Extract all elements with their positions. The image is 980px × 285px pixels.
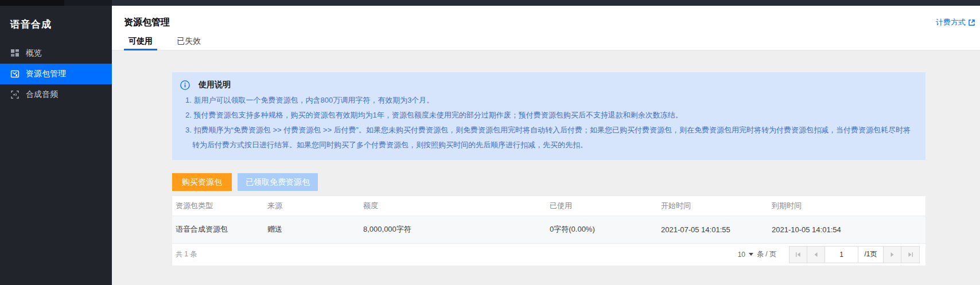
notice-item: 1. 新用户可以领取一个免费资源包，内含800万调用字符，有效期为3个月。 [185, 93, 912, 108]
table-row: 语音合成资源包 赠送 8,000,000字符 0字符(0.00%) 2021-0… [172, 216, 925, 243]
buy-package-button[interactable]: 购买资源包 [172, 173, 232, 191]
main-area: 资源包管理 计费方式 可使用 已失效 使用说明 1. 新用户可以领取一个免费资源… [112, 6, 980, 285]
next-page-button[interactable] [884, 247, 901, 263]
usage-notice-banner: 使用说明 1. 新用户可以领取一个免费资源包，内含800万调用字符，有效期为3个… [172, 72, 925, 160]
sidebar-item-resource-packages[interactable]: 资源包管理 [0, 64, 112, 84]
page-size-selector[interactable]: 10 条 / 页 [738, 249, 776, 259]
cell-package-type: 语音合成资源包 [172, 216, 264, 243]
action-buttons: 购买资源包 已领取免费资源包 [172, 173, 925, 191]
last-page-icon [908, 252, 913, 257]
column-header-package-type: 资源包类型 [172, 196, 264, 216]
sidebar: 语音合成 概览 资源包管理 合成音频 [0, 6, 112, 285]
top-bar-logo-area [0, 0, 64, 6]
first-page-icon [795, 252, 801, 257]
last-page-button[interactable] [901, 247, 919, 263]
cell-quota: 8,000,000字符 [360, 216, 546, 243]
package-icon [10, 69, 20, 79]
cell-used: 0字符(0.00%) [546, 216, 658, 243]
notice-title: 使用说明 [199, 80, 231, 90]
page-size-value: 10 [738, 251, 745, 259]
sidebar-menu: 概览 资源包管理 合成音频 [0, 43, 112, 105]
table-footer: 共 1 条 10 条 / 页 [172, 244, 925, 266]
column-header-expire-time: 到期时间 [768, 196, 925, 216]
sidebar-title: 语音合成 [0, 6, 112, 31]
first-page-button[interactable] [790, 247, 807, 263]
notice-item: 2. 预付费资源包支持多种规格，购买的资源包有效期均为1年，资源包额度未使用完的… [185, 108, 912, 123]
column-header-start-time: 开始时间 [658, 196, 768, 216]
cell-expire-time: 2021-10-05 14:01:54 [768, 216, 925, 243]
column-header-quota: 额度 [360, 196, 546, 216]
content-area: 使用说明 1. 新用户可以领取一个免费资源包，内含800万调用字符，有效期为3个… [112, 50, 980, 266]
audio-icon [10, 90, 20, 99]
dropdown-caret-icon [749, 253, 753, 256]
notice-item: 3. 扣费顺序为“免费资源包 >> 付费资源包 >> 后付费”。如果您未购买付费… [185, 123, 912, 153]
page-total-label: /1页 [858, 247, 884, 263]
prev-page-button[interactable] [807, 247, 825, 263]
sidebar-item-overview[interactable]: 概览 [0, 43, 112, 64]
info-icon [180, 80, 190, 90]
tab-expired[interactable]: 已失效 [172, 32, 205, 50]
resource-package-table: 资源包类型 来源 额度 已使用 开始时间 到期时间 语音合成资源包 赠送 8,0… [172, 196, 925, 244]
tab-bar: 可使用 已失效 [124, 32, 975, 50]
column-header-used: 已使用 [546, 196, 658, 216]
page-controls: /1页 [789, 246, 920, 263]
billing-method-link[interactable]: 计费方式 [936, 17, 975, 28]
free-package-claimed-button[interactable]: 已领取免费资源包 [238, 173, 318, 191]
grid-icon [10, 49, 20, 58]
total-count-text: 共 1 条 [176, 249, 197, 259]
next-page-icon [889, 252, 895, 257]
tab-available[interactable]: 可使用 [124, 32, 157, 50]
page-number-input[interactable] [826, 251, 858, 259]
sidebar-item-label: 合成音频 [26, 89, 58, 100]
sidebar-item-synthesized-audio[interactable]: 合成音频 [0, 84, 112, 105]
top-bar-left-segment [0, 0, 112, 6]
sidebar-item-label: 资源包管理 [26, 69, 66, 79]
table-header-row: 资源包类型 来源 额度 已使用 开始时间 到期时间 [172, 196, 925, 216]
sidebar-item-label: 概览 [26, 48, 42, 58]
external-link-icon [968, 19, 975, 26]
resource-package-table-panel: 资源包类型 来源 额度 已使用 开始时间 到期时间 语音合成资源包 赠送 8,0… [172, 196, 925, 266]
column-header-source: 来源 [264, 196, 360, 216]
top-bar [0, 0, 980, 6]
pagination: 10 条 / 页 /1页 [738, 246, 920, 263]
page-input-cell [825, 247, 858, 263]
page-header: 资源包管理 计费方式 可使用 已失效 [112, 6, 980, 50]
billing-method-link-label: 计费方式 [936, 17, 966, 28]
cell-start-time: 2021-07-05 14:01:55 [658, 216, 768, 243]
tab-label: 可使用 [129, 36, 153, 46]
page-title: 资源包管理 [124, 17, 170, 29]
tab-label: 已失效 [177, 36, 201, 46]
prev-page-icon [813, 252, 819, 257]
page-size-unit: 条 / 页 [757, 249, 776, 259]
cell-source: 赠送 [264, 216, 360, 243]
